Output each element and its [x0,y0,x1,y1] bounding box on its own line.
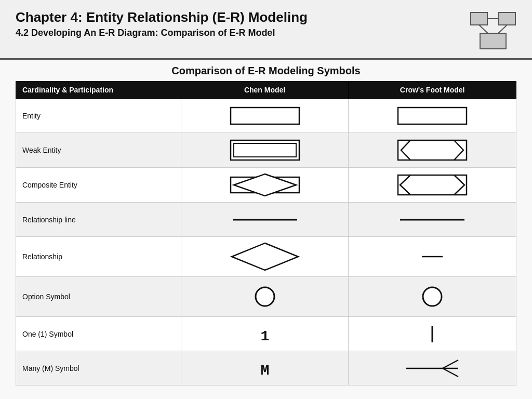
header: Chapter 4: Entity Relationship (E-R) Mod… [0,0,532,60]
chen-entity [181,99,349,133]
row-weak-entity: Weak Entity [16,133,516,168]
col-header-cardinality: Cardinality & Participation [16,82,181,99]
svg-line-5 [498,25,507,33]
label-entity: Entity [16,99,181,133]
table-title: Comparison of E-R Modeling Symbols [16,65,516,77]
er-icon [470,11,516,53]
svg-text:1: 1 [260,328,269,344]
svg-point-19 [423,287,442,306]
row-many-symbol: Many (M) Symbol M [16,351,516,385]
row-composite-entity: Composite Entity [16,168,516,203]
header-text: Chapter 4: Entity Relationship (E-R) Mod… [16,9,308,38]
comparison-table: Cardinality & Participation Chen Model C… [16,81,516,385]
svg-rect-3 [480,33,506,49]
crows-option-symbol [349,277,516,317]
main-title: Chapter 4: Entity Relationship (E-R) Mod… [16,9,308,25]
label-many-symbol: Many (M) Symbol [16,351,181,385]
main-content: Comparison of E-R Modeling Symbols Cardi… [0,60,532,399]
svg-rect-1 [499,12,515,25]
chen-composite-entity [181,168,349,203]
svg-line-24 [443,360,458,368]
er-diagram-icon [470,11,516,53]
crows-weak-entity [349,133,516,168]
row-relationship: Relationship [16,237,516,277]
svg-text:M: M [260,363,269,379]
chen-one-symbol: 1 [181,317,349,351]
chen-many-symbol: M [181,351,349,385]
svg-rect-9 [234,143,296,157]
svg-marker-16 [232,243,298,270]
slide: Chapter 4: Entity Relationship (E-R) Mod… [0,0,532,399]
crows-composite-entity [349,168,516,203]
svg-line-26 [443,368,458,377]
svg-point-18 [256,287,274,306]
label-one-symbol: One (1) Symbol [16,317,181,351]
crows-relationship [349,237,516,277]
crows-many-symbol [349,351,516,385]
label-option-symbol: Option Symbol [16,277,181,317]
crows-entity [349,99,516,133]
row-option-symbol: Option Symbol [16,277,516,317]
chen-relationship-line [181,203,349,237]
crows-one-symbol [349,317,516,351]
chen-weak-entity [181,133,349,168]
chen-relationship [181,237,349,277]
svg-rect-0 [471,12,487,25]
label-weak-entity: Weak Entity [16,133,181,168]
chen-option-symbol [181,277,349,317]
label-composite-entity: Composite Entity [16,168,181,203]
label-relationship-line: Relationship line [16,203,181,237]
col-header-crowsfoot: Crow's Foot Model [349,82,516,99]
svg-rect-6 [231,108,299,124]
label-relationship: Relationship [16,237,181,277]
svg-line-4 [479,25,488,33]
table-header-row: Cardinality & Participation Chen Model C… [16,82,516,99]
col-header-chen: Chen Model [181,82,349,99]
row-relationship-line: Relationship line [16,203,516,237]
crows-relationship-line [349,203,516,237]
row-one-symbol: One (1) Symbol 1 [16,317,516,351]
svg-rect-7 [398,108,467,124]
sub-title: 4.2 Developing An E-R Diagram: Compariso… [16,28,308,38]
row-entity: Entity [16,99,516,133]
